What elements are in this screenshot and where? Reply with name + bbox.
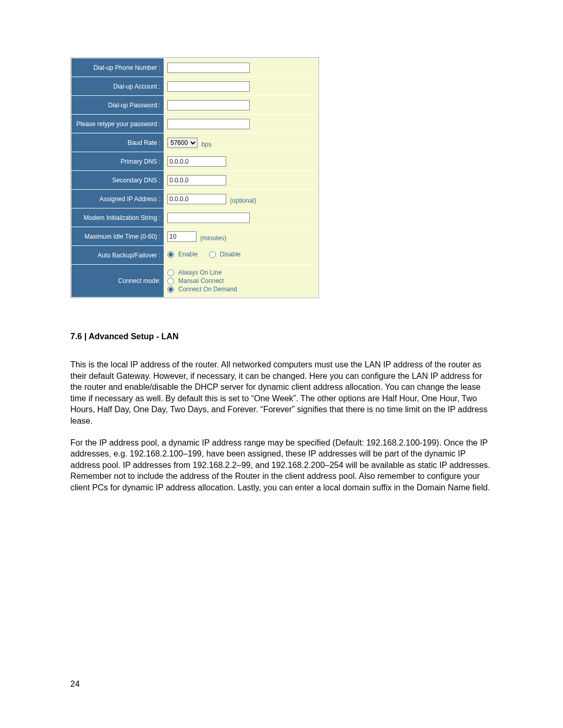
unit-minutes: (minutes): [200, 235, 226, 242]
label-connect-on-demand: Connect On Demand: [178, 286, 237, 293]
label-primary-dns: Primary DNS :: [71, 152, 164, 171]
label-auto-backup: Auto Backup/Failover :: [71, 246, 164, 265]
label-disable: Disable: [220, 251, 241, 258]
input-retype-password[interactable]: [167, 119, 250, 129]
row-assigned-ip: Assigned IP Address : (optional): [71, 190, 319, 208]
input-dialup-password[interactable]: [167, 100, 250, 110]
label-retype-password: Please retype your password :: [71, 115, 164, 133]
label-connect-mode: Connect mode:: [71, 265, 164, 298]
row-dialup-phone: Dial-up Phone Number :: [71, 58, 319, 77]
radio-connect-on-demand[interactable]: [167, 286, 174, 293]
label-max-idle: Maximum Idle Time (0-60) :: [71, 227, 164, 246]
label-assigned-ip: Assigned IP Address :: [71, 190, 164, 208]
unit-bps: bps: [201, 141, 211, 148]
select-baud-rate[interactable]: 57600: [167, 138, 198, 148]
row-baud-rate: Baud Rate : 57600 bps: [71, 133, 319, 152]
input-dialup-phone[interactable]: [167, 63, 250, 73]
label-dialup-account: Dial-up Account :: [71, 77, 164, 96]
paragraph-2: For the IP address pool, a dynamic IP ad…: [70, 437, 495, 493]
radio-always-on-line[interactable]: [167, 269, 174, 276]
row-retype-password: Please retype your password :: [71, 115, 319, 133]
label-manual-connect: Manual Connect: [178, 277, 224, 285]
row-dialup-account: Dial-up Account :: [71, 77, 319, 96]
row-primary-dns: Primary DNS :: [71, 152, 319, 171]
note-optional: (optional): [230, 197, 256, 204]
label-modem-init: Modem Initialization String :: [71, 208, 164, 227]
row-connect-mode: Connect mode: Always On Line Manual Conn…: [71, 265, 319, 298]
label-secondary-dns: Secondary DNS :: [71, 171, 164, 190]
radio-auto-backup-disable[interactable]: [209, 251, 216, 258]
row-max-idle: Maximum Idle Time (0-60) : (minutes): [71, 227, 319, 246]
label-dialup-phone: Dial-up Phone Number :: [71, 58, 164, 77]
dialup-config-form: Dial-up Phone Number : Dial-up Account :…: [70, 57, 319, 298]
doc-section-advanced-lan: 7.6 | Advanced Setup - LAN This is the l…: [70, 332, 495, 493]
input-dialup-account[interactable]: [167, 81, 250, 92]
input-primary-dns[interactable]: [167, 156, 226, 167]
label-baud-rate: Baud Rate :: [71, 133, 164, 152]
label-always-on-line: Always On Line: [178, 269, 222, 276]
paragraph-1: This is the local IP address of the rout…: [70, 359, 495, 427]
heading-advanced-setup-lan: 7.6 | Advanced Setup - LAN: [70, 332, 495, 341]
radio-auto-backup-enable[interactable]: [167, 251, 174, 258]
input-secondary-dns[interactable]: [167, 175, 226, 186]
input-modem-init[interactable]: [167, 213, 250, 223]
page-number: 24: [70, 680, 80, 689]
input-max-idle[interactable]: [167, 231, 197, 242]
row-auto-backup: Auto Backup/Failover : Enable Disable: [71, 246, 319, 265]
row-dialup-password: Dial-up Password :: [71, 96, 319, 115]
label-enable: Enable: [178, 251, 198, 258]
row-secondary-dns: Secondary DNS :: [71, 171, 319, 190]
row-modem-init: Modem Initialization String :: [71, 208, 319, 227]
label-dialup-password: Dial-up Password :: [71, 96, 164, 115]
input-assigned-ip[interactable]: [167, 194, 226, 204]
radio-manual-connect[interactable]: [167, 278, 174, 285]
